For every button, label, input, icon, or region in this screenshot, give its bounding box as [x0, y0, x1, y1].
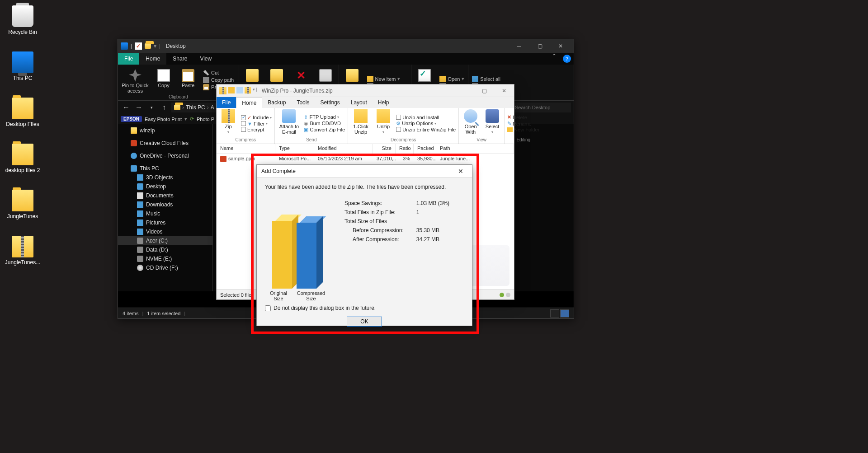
wz-rename-button[interactable]: ✎ Rename — [507, 121, 539, 126]
tree-winzip[interactable]: winzip — [118, 126, 212, 135]
copy-path-button[interactable]: Copy path — [203, 77, 235, 83]
minimize-button[interactable]: ─ — [509, 39, 529, 53]
tree-pictures[interactable]: Pictures — [118, 218, 212, 227]
help-button[interactable]: ? — [563, 55, 571, 63]
tab-share[interactable]: Share — [166, 53, 193, 65]
epson-photo-print[interactable]: Photo P — [197, 117, 214, 122]
open-with-button[interactable]: Open With — [462, 109, 480, 137]
tree-music[interactable]: Music — [118, 209, 212, 218]
unzip-entire-button[interactable]: Unzip Entire WinZip File — [396, 127, 456, 132]
attach-email-button[interactable]: Attach to E-mail — [278, 109, 300, 137]
winzip-close-button[interactable]: ✕ — [494, 84, 514, 97]
tree-this-pc[interactable]: This PC — [118, 164, 212, 173]
desktop-icon-jungletunes-zip[interactable]: JungleTunes... — [5, 236, 41, 266]
open-button[interactable]: Open ▾ — [439, 76, 464, 82]
mail-icon — [282, 109, 296, 123]
desktop-icon-jungletunes-folder[interactable]: JungleTunes — [5, 190, 41, 219]
file-row[interactable]: sample.pptx Microsoft Po... 05/10/2023 2… — [217, 154, 514, 164]
col-path[interactable]: Path — [436, 144, 514, 154]
wz-newfolder-button[interactable]: New Folder — [507, 127, 539, 132]
tree-data-d[interactable]: Data (D:) — [118, 245, 212, 254]
view-large-button[interactable] — [560, 309, 569, 318]
wz-tab-layout[interactable]: Layout — [345, 97, 373, 108]
tree-cd-drive-f[interactable]: CD Drive (F:) — [118, 263, 212, 272]
tab-view[interactable]: View — [193, 53, 218, 65]
dialog-titlebar[interactable]: Add Complete ✕ — [257, 165, 472, 177]
winzip-maximize-button[interactable]: ▢ — [474, 84, 494, 97]
maximize-button[interactable]: ▢ — [529, 39, 550, 53]
wz-tab-backup[interactable]: Backup — [262, 97, 291, 108]
paste-button[interactable]: Paste — [179, 66, 198, 93]
tab-file[interactable]: File — [118, 53, 139, 65]
tree-desktop[interactable]: Desktop — [118, 182, 212, 191]
tab-home[interactable]: Home — [139, 53, 166, 65]
new-item-button[interactable]: New item ▾ — [367, 76, 408, 82]
folder-icon — [12, 144, 33, 165]
qat-zip-icon[interactable] — [245, 87, 251, 93]
unzip-options-button[interactable]: ⚙ Unzip Options ▾ — [396, 121, 456, 126]
qat-properties-icon[interactable]: ✓ — [135, 42, 142, 50]
tree-creative-cloud[interactable]: Creative Cloud Files — [118, 139, 212, 148]
tree-documents[interactable]: Documents — [118, 191, 212, 200]
copy-button[interactable]: Copy — [154, 66, 173, 93]
wz-tab-settings[interactable]: Settings — [315, 97, 345, 108]
wz-tab-tools[interactable]: Tools — [291, 97, 315, 108]
tree-videos[interactable]: Videos — [118, 227, 212, 236]
desktop-icon-desktop-files-2[interactable]: desktop files 2 — [5, 144, 41, 173]
ok-button[interactable]: OK — [347, 317, 382, 327]
nav-history-button[interactable]: ▾ — [146, 102, 157, 113]
qat-save-icon[interactable] — [236, 87, 243, 93]
nav-back-button[interactable]: ← — [121, 102, 132, 113]
qat-newfolder-icon[interactable] — [145, 43, 151, 49]
view-details-button[interactable] — [550, 309, 559, 318]
include-button[interactable]: ✓✓ Include ▾ — [241, 115, 272, 121]
filter-button[interactable]: ▼ Filter ▾ — [241, 121, 272, 126]
winzip-tabs: File Home Backup Tools Settings Layout H… — [217, 97, 514, 108]
col-ratio[interactable]: Ratio — [396, 144, 414, 154]
unzip-install-button[interactable]: Unzip and Install — [396, 115, 456, 120]
nav-up-button[interactable]: ↑ — [159, 102, 170, 113]
bar-label-compressed: Compressed Size — [295, 290, 327, 301]
wz-delete-button[interactable]: ✕ Delete — [507, 114, 539, 120]
epson-refresh-icon[interactable]: ⟳ — [190, 116, 194, 122]
dialog-close-button[interactable]: ✕ — [454, 168, 467, 175]
unzip-button[interactable]: Unzip▾ — [374, 109, 392, 137]
nav-forward-button[interactable]: → — [133, 102, 144, 113]
winzip-minimize-button[interactable]: ─ — [454, 84, 474, 97]
select-all-button[interactable]: Select all — [472, 76, 506, 82]
desktop-icon-desktop-files[interactable]: Desktop FIles — [5, 98, 41, 127]
wz-tab-file[interactable]: File — [217, 97, 236, 108]
tree-nvme-e[interactable]: NVME (E:) — [118, 254, 212, 263]
burn-cd-button[interactable]: ◉ Burn CD/DVD — [304, 121, 345, 126]
desktop-icon-recycle-bin[interactable]: Recycle Bin — [5, 5, 41, 35]
tree-downloads[interactable]: Downloads — [118, 200, 212, 209]
ftp-upload-button[interactable]: ⇧ FTP Upload ▾ — [304, 114, 345, 120]
explorer-titlebar[interactable]: | ✓ ▾ | Desktop ─ ▢ ✕ — [118, 39, 574, 53]
tree-onedrive[interactable]: OneDrive - Personal — [118, 151, 212, 160]
dialog-message: Your files have been added to the Zip fi… — [265, 184, 464, 190]
nav-tree[interactable]: winzip Creative Cloud Files OneDrive - P… — [118, 124, 213, 291]
pin-quick-access-button[interactable]: Pin to Quick access — [122, 66, 149, 93]
col-size[interactable]: Size — [373, 144, 396, 154]
cut-button[interactable]: Cut — [203, 70, 235, 76]
convert-zip-button[interactable]: ▣ Convert Zip File — [304, 127, 345, 133]
col-modified[interactable]: Modified — [314, 144, 373, 154]
ribbon-collapse-button[interactable]: ⌃ — [548, 53, 560, 65]
tree-acer-c[interactable]: Acer (C:) — [118, 236, 212, 245]
wz-tab-home[interactable]: Home — [236, 97, 262, 108]
col-name[interactable]: Name — [217, 144, 275, 154]
col-packed[interactable]: Packed — [414, 144, 436, 154]
select-button[interactable]: Select▾ — [483, 109, 501, 137]
tree-3d-objects[interactable]: 3D Objects — [118, 173, 212, 182]
wz-tab-help[interactable]: Help — [373, 97, 395, 108]
zip-button[interactable]: Zip▾ — [219, 109, 237, 137]
winzip-titlebar[interactable]: ▾ | WinZip Pro - JungleTunes.zip ─ ▢ ✕ — [217, 84, 514, 97]
do-not-show-checkbox[interactable] — [265, 305, 271, 311]
oneclick-unzip-button[interactable]: 1-Click Unzip — [351, 109, 371, 137]
encrypt-button[interactable]: Encrypt — [241, 127, 272, 132]
col-type[interactable]: Type — [275, 144, 314, 154]
desktop-icon-this-pc[interactable]: This PC — [5, 51, 41, 81]
close-button[interactable]: ✕ — [550, 39, 571, 53]
qat-open-icon[interactable] — [228, 87, 235, 93]
epson-easy-print[interactable]: Easy Photo Print — [145, 117, 182, 122]
